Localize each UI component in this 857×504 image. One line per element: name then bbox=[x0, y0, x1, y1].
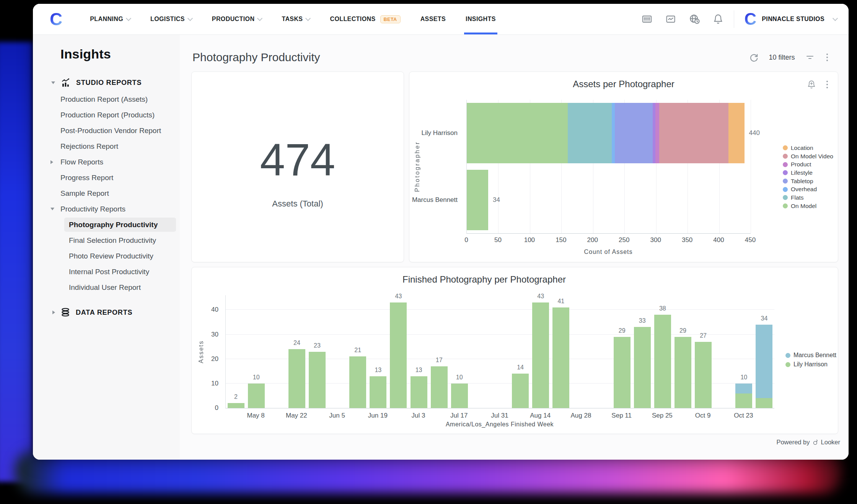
stacked-column-may-22[interactable] bbox=[288, 349, 305, 408]
legend-item-tabletop[interactable]: Tabletop bbox=[783, 177, 833, 185]
legend-item-location[interactable]: Location bbox=[783, 144, 833, 152]
stacked-column-jun-19[interactable] bbox=[370, 376, 386, 408]
filter-icon[interactable] bbox=[804, 52, 816, 63]
legend-item-product[interactable]: Product bbox=[783, 160, 833, 169]
sidebar-item-progress-report[interactable]: Progress Report bbox=[33, 170, 180, 185]
legend-item-lily-harrison[interactable]: Lily Harrison bbox=[785, 360, 836, 369]
sidebar-item-production-report-assets[interactable]: Production Report (Assets) bbox=[33, 91, 180, 107]
legend-item-on-model-video[interactable]: On Model Video bbox=[783, 152, 833, 161]
sidebar-item-internal-post-productivity[interactable]: Internal Post Productivity bbox=[33, 264, 180, 280]
bell-icon[interactable] bbox=[712, 13, 724, 25]
nav-item-logistics[interactable]: LOGISTICS bbox=[140, 4, 202, 34]
stacked-column-jul-3[interactable] bbox=[411, 376, 427, 408]
nav-item-assets[interactable]: ASSETS bbox=[411, 4, 456, 34]
stacked-column-oct-30[interactable] bbox=[756, 325, 772, 408]
bar-segment-lily-harrison[interactable] bbox=[695, 342, 712, 408]
legend-item-flats[interactable]: Flats bbox=[783, 193, 833, 202]
sidebar-item-post-production-vendor-report[interactable]: Post-Production Vendor Report bbox=[33, 123, 180, 138]
nav-item-tasks[interactable]: TASKS bbox=[272, 4, 320, 34]
stacked-column-aug-7[interactable] bbox=[512, 374, 529, 408]
stacked-column-sep-11[interactable] bbox=[614, 337, 631, 408]
bar-segment-lily-harrison[interactable] bbox=[228, 403, 244, 408]
stacked-column-oct-2[interactable] bbox=[675, 337, 691, 408]
sidebar-group-data-reports[interactable]: DATA REPORTS bbox=[33, 304, 180, 321]
bar-segment-lily-harrison[interactable] bbox=[431, 366, 448, 408]
stacked-column-oct-9[interactable] bbox=[695, 342, 712, 408]
bar-segment-marcus-bennett[interactable] bbox=[756, 325, 772, 398]
stacked-column-aug-14[interactable] bbox=[532, 302, 549, 408]
bar-segment-lily-harrison[interactable] bbox=[411, 376, 427, 408]
stacked-column-sep-25[interactable] bbox=[654, 315, 671, 408]
stacked-bar-lily-harrison[interactable] bbox=[467, 103, 745, 163]
nav-item-insights[interactable]: INSIGHTS bbox=[456, 4, 506, 34]
bar-segment-lily-harrison[interactable] bbox=[756, 398, 772, 408]
nav-item-production[interactable]: PRODUCTION bbox=[202, 4, 272, 34]
filters-count-label[interactable]: 10 filters bbox=[769, 54, 795, 62]
legend-item-lifestyle[interactable]: Lifestyle bbox=[783, 169, 833, 177]
stacked-column-may-1[interactable] bbox=[228, 403, 244, 408]
stacked-column-sep-18[interactable] bbox=[634, 327, 651, 408]
bar-segment-lily-harrison[interactable] bbox=[349, 356, 366, 408]
stacked-column-aug-21[interactable] bbox=[552, 307, 569, 408]
kebab-menu-icon[interactable] bbox=[825, 79, 830, 90]
bar-segment-overhead[interactable] bbox=[612, 103, 615, 163]
bar-segment-on-model-video[interactable] bbox=[659, 103, 728, 163]
bar-segment-lily-harrison[interactable] bbox=[309, 352, 326, 408]
bar-segment-lily-harrison[interactable] bbox=[552, 307, 569, 408]
bar-segment-lily-harrison[interactable] bbox=[248, 384, 265, 408]
kebab-menu-icon[interactable] bbox=[825, 52, 830, 63]
sidebar-group-studio-reports[interactable]: STUDIO REPORTS bbox=[33, 74, 180, 91]
sidebar-item-photography-productivity[interactable]: Photography Productivity bbox=[64, 218, 176, 232]
app-logo[interactable]: C bbox=[50, 10, 62, 28]
nav-item-collections[interactable]: COLLECTIONS BETA bbox=[320, 4, 410, 34]
legend-item-marcus-bennett[interactable]: Marcus Bennett bbox=[785, 351, 836, 360]
bar-segment-lily-harrison[interactable] bbox=[390, 302, 407, 408]
sidebar-item-flow-reports[interactable]: Flow Reports bbox=[33, 154, 180, 170]
powered-by-looker-link[interactable]: Powered by Looker bbox=[776, 439, 840, 446]
stacked-column-jul-10[interactable] bbox=[431, 366, 448, 408]
bar-segment-location[interactable] bbox=[728, 103, 744, 163]
bar-segment-lily-harrison[interactable] bbox=[634, 327, 651, 408]
refresh-icon[interactable] bbox=[748, 52, 759, 63]
stacked-column-oct-23[interactable] bbox=[735, 384, 752, 408]
stacked-column-jun-12[interactable] bbox=[349, 356, 366, 408]
stacked-bar-marcus-bennett[interactable] bbox=[467, 170, 488, 230]
sidebar-item-productivity-reports[interactable]: Productivity Reports bbox=[33, 201, 180, 217]
barcode-icon[interactable] bbox=[641, 13, 653, 25]
legend-item-on-model[interactable]: On Model bbox=[783, 202, 833, 210]
bar-segment-lily-harrison[interactable] bbox=[532, 302, 549, 408]
bar-segment-lily-harrison[interactable] bbox=[614, 337, 631, 408]
sidebar-item-individual-user-report[interactable]: Individual User Report bbox=[33, 280, 180, 295]
bar-segment-lifestyle[interactable] bbox=[653, 103, 655, 163]
week-slot: 38 bbox=[652, 295, 673, 408]
bar-value-label: 2 bbox=[234, 393, 238, 400]
sidebar-item-sample-report[interactable]: Sample Report bbox=[33, 185, 180, 201]
sidebar-item-rejections-report[interactable]: Rejections Report bbox=[33, 138, 180, 154]
bar-segment-lily-harrison[interactable] bbox=[735, 393, 752, 408]
bar-segment-lily-harrison[interactable] bbox=[512, 374, 529, 408]
bar-segment-on-model[interactable] bbox=[467, 103, 568, 163]
bar-segment-lily-harrison[interactable] bbox=[675, 337, 691, 408]
stacked-column-jun-26[interactable] bbox=[390, 302, 407, 408]
bar-segment-lily-harrison[interactable] bbox=[370, 376, 386, 408]
sidebar-item-production-report-products[interactable]: Production Report (Products) bbox=[33, 107, 180, 123]
globe-time-icon[interactable] bbox=[689, 13, 700, 25]
account-switcher[interactable]: C PINNACLE STUDIOS bbox=[744, 11, 837, 28]
sidebar-item-final-selection-productivity[interactable]: Final Selection Productivity bbox=[33, 232, 180, 248]
bell-plus-icon[interactable] bbox=[806, 79, 817, 90]
stacked-column-may-8[interactable] bbox=[248, 384, 265, 408]
bar-segment-lily-harrison[interactable] bbox=[654, 315, 671, 408]
bar-segment-flats[interactable] bbox=[568, 103, 612, 163]
bar-segment-on-model[interactable] bbox=[467, 170, 488, 230]
bar-segment-marcus-bennett[interactable] bbox=[735, 384, 752, 393]
stacked-column-may-29[interactable] bbox=[309, 352, 326, 408]
sidebar-item-photo-review-productivity[interactable]: Photo Review Productivity bbox=[33, 248, 180, 264]
nav-item-planning[interactable]: PLANNING bbox=[80, 4, 140, 34]
legend-item-overhead[interactable]: Overhead bbox=[783, 185, 833, 193]
bar-segment-lily-harrison[interactable] bbox=[451, 384, 468, 408]
bar-segment-lily-harrison[interactable] bbox=[288, 349, 305, 408]
stacked-column-jul-17[interactable] bbox=[451, 384, 468, 408]
image-card-icon[interactable] bbox=[665, 13, 676, 25]
bar-segment-tabletop[interactable] bbox=[615, 103, 653, 163]
bar-segment-product[interactable] bbox=[655, 103, 659, 163]
